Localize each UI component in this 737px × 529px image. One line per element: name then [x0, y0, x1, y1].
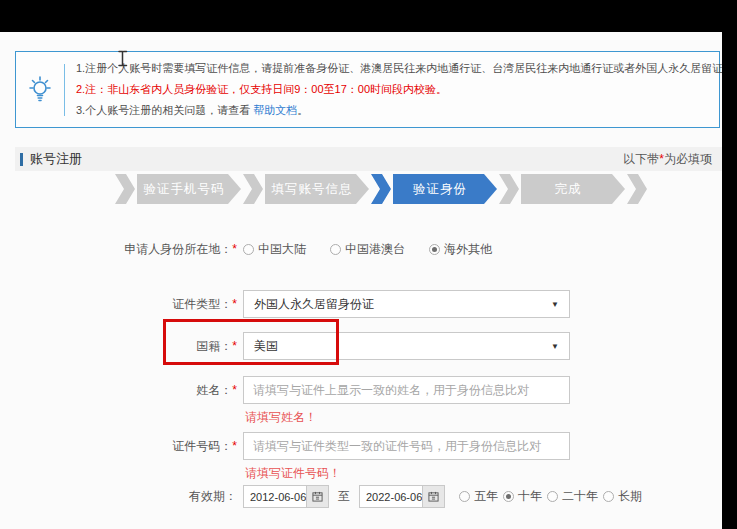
region-radio-group: 中国大陆 中国港澳台 海外其他 — [243, 241, 492, 258]
field-cert-type: 证件类型：* 外国人永久居留身份证 ▼ — [15, 290, 722, 318]
date-range-separator: 至 — [338, 488, 350, 505]
radio-icon[interactable] — [330, 244, 341, 255]
help-doc-link[interactable]: 帮助文档 — [253, 104, 297, 116]
dropdown-caret-icon: ▼ — [551, 300, 559, 309]
calendar-icon[interactable] — [306, 486, 328, 507]
field-name: 姓名：* — [15, 376, 722, 404]
radio-twenty-years[interactable]: 二十年 — [547, 488, 598, 505]
radio-overseas-other[interactable]: 海外其他 — [429, 241, 492, 258]
radio-icon[interactable] — [243, 244, 254, 255]
chevron-icon — [115, 174, 135, 204]
chevron-icon — [371, 174, 391, 204]
validity-end-datebox — [359, 485, 445, 508]
radio-china-hk-macao-tw[interactable]: 中国港澳台 — [330, 241, 405, 258]
duration-radio-group: 五年 十年 二十年 长期 — [459, 488, 647, 505]
lightbulb-icon — [16, 75, 64, 105]
right-black-bar — [722, 0, 737, 529]
notice-box: 1.注册个人账号时需要填写证件信息，请提前准备身份证、港澳居民往来内地通行证、台… — [15, 51, 720, 128]
notice-line-1: 1.注册个人账号时需要填写证件信息，请提前准备身份证、港澳居民往来内地通行证、台… — [76, 58, 734, 79]
top-black-bar — [0, 0, 737, 32]
radio-long-term[interactable]: 长期 — [603, 488, 642, 505]
chevron-icon — [243, 174, 263, 204]
field-cert-number: 证件号码：* — [15, 432, 722, 460]
name-error: 请填写姓名！ — [245, 410, 722, 424]
step-verify-phone: 验证手机号码 — [137, 174, 241, 204]
notice-line-2: 2.注：非山东省内人员身份验证，仅支持日间9：00至17：00时间段内校验。 — [76, 79, 734, 100]
radio-checked-icon[interactable] — [503, 491, 514, 502]
field-nationality: 国籍：* 美国 ▼ — [15, 332, 722, 360]
validity-controls: 至 五年 十年 二十年 长期 — [243, 485, 647, 508]
name-label: 姓名：* — [15, 382, 237, 399]
step-complete: 完成 — [521, 174, 625, 204]
chevron-icon — [627, 174, 647, 204]
section-header: 账号注册 以下带*为必填项 — [15, 147, 722, 171]
step-account-info: 填写账号信息 — [265, 174, 369, 204]
radio-ten-years[interactable]: 十年 — [503, 488, 542, 505]
validity-start-datebox — [243, 485, 329, 508]
page-title: 账号注册 — [20, 150, 82, 168]
chevron-icon — [499, 174, 519, 204]
field-validity: 有效期： 至 — [15, 485, 722, 508]
region-label: 申请人身份所在地：* — [15, 241, 237, 258]
nationality-select[interactable]: 美国 ▼ — [243, 332, 570, 360]
cert-number-input[interactable] — [243, 432, 570, 460]
dropdown-caret-icon: ▼ — [551, 342, 559, 351]
cert-type-select[interactable]: 外国人永久居留身份证 ▼ — [243, 290, 570, 318]
validity-label: 有效期： — [15, 488, 237, 505]
radio-icon[interactable] — [603, 491, 614, 502]
radio-icon[interactable] — [459, 491, 470, 502]
validity-end-input[interactable] — [360, 486, 422, 507]
cert-number-label: 证件号码：* — [15, 438, 237, 455]
nationality-label: 国籍：* — [15, 338, 237, 355]
field-region: 申请人身份所在地：* 中国大陆 中国港澳台 海外其他 — [15, 241, 722, 258]
notice-line-3: 3.个人账号注册的相关问题，请查看 帮助文档。 — [76, 100, 734, 121]
cert-type-label: 证件类型：* — [15, 296, 237, 313]
name-input[interactable] — [243, 376, 570, 404]
validity-start-input[interactable] — [244, 486, 306, 507]
step-verify-identity: 验证身份 — [393, 174, 497, 204]
page-content: 1.注册个人账号时需要填写证件信息，请提前准备身份证、港澳居民往来内地通行证、台… — [15, 0, 722, 508]
title-accent-bar — [20, 153, 23, 166]
radio-icon[interactable] — [547, 491, 558, 502]
radio-china-mainland[interactable]: 中国大陆 — [243, 241, 306, 258]
radio-checked-icon[interactable] — [429, 244, 440, 255]
required-hint: 以下带*为必填项 — [623, 151, 712, 168]
registration-form: 申请人身份所在地：* 中国大陆 中国港澳台 海外其他 证件类型：* 外国人永久居… — [15, 241, 722, 508]
calendar-icon[interactable] — [422, 486, 444, 507]
cert-number-error: 请填写证件号码！ — [245, 466, 722, 480]
step-wizard: 验证手机号码 填写账号信息 验证身份 完成 — [15, 174, 722, 204]
screen: 1.注册个人账号时需要填写证件信息，请提前准备身份证、港澳居民往来内地通行证、台… — [0, 0, 737, 529]
radio-five-years[interactable]: 五年 — [459, 488, 498, 505]
